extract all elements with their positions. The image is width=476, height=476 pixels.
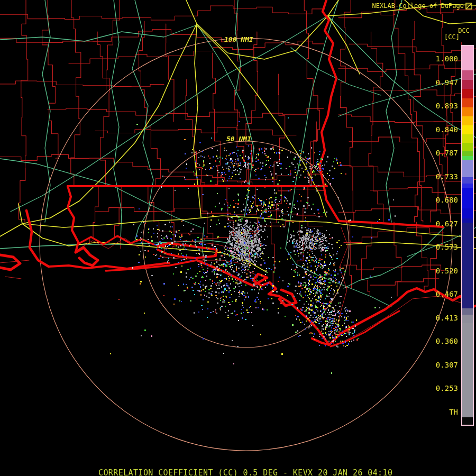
range-ring-label-50nmi: 50 NMI — [226, 135, 251, 143]
colorbar-segment — [462, 143, 473, 151]
colorbar-segment — [462, 323, 473, 417]
colorbar-label: 0.680 — [433, 196, 458, 204]
colorbar-segment — [462, 208, 473, 218]
colorbar-label: 0.787 — [433, 149, 458, 157]
colorbar-segment — [462, 89, 473, 98]
colorbar-label: 1.000 — [433, 54, 458, 63]
colorbar-label: 0.413 — [433, 314, 458, 322]
colorbar-segment — [462, 107, 473, 116]
colorbar-segment — [462, 80, 473, 89]
product-code: [CC] — [444, 33, 460, 41]
colorbar-segment — [462, 134, 473, 143]
colorbar-segment — [462, 151, 473, 156]
colorbar-segment — [462, 223, 473, 270]
brand-label: NEXLAB-College of DuPage — [372, 2, 464, 10]
box-diagonal-icon — [465, 3, 472, 10]
colorbar-segment — [462, 116, 473, 125]
colorbar-segment — [462, 417, 473, 425]
colorbar-label: TH — [433, 408, 458, 416]
colorbar-segment — [462, 70, 473, 80]
colorbar-segment — [462, 177, 473, 184]
colorbar-segment — [462, 160, 473, 177]
colorbar-label: 0.307 — [433, 361, 458, 369]
colorbar-label: 0.947 — [433, 78, 458, 87]
colorbar-segment — [462, 184, 473, 188]
range-ring-label-100nmi: 100 NMI — [224, 35, 253, 43]
colorbar-segment — [462, 308, 473, 315]
colorbar-label: 0.627 — [433, 219, 458, 228]
colorbar-segment — [462, 125, 473, 134]
colorbar-label: 0.573 — [433, 243, 458, 251]
colorbar-label: 0.893 — [433, 102, 458, 110]
radar-viewer: NEXLAB-College of DuPage DCC [CC] 100 NM… — [0, 0, 476, 476]
radar-echoes — [0, 0, 476, 476]
colorbar-segment — [462, 188, 473, 208]
colorbar-label: 0.840 — [433, 125, 458, 134]
color-scale — [461, 45, 474, 426]
colorbar-segment — [462, 218, 473, 223]
brand-text: NEXLAB-College of DuPage — [372, 2, 472, 10]
colorbar-segment — [462, 156, 473, 160]
colorbar-label: 0.253 — [433, 384, 458, 392]
colorbar-label: 0.467 — [433, 290, 458, 298]
product-id: DCC — [458, 27, 470, 34]
colorbar-segment — [462, 315, 473, 323]
colorbar-segment — [462, 270, 473, 308]
colorbar-segment — [462, 46, 473, 70]
colorbar-segment — [462, 98, 473, 107]
product-caption: CORRELATION COEFFICIENT (CC) 0.5 DEG - K… — [98, 468, 392, 476]
colorbar-label: 0.360 — [433, 337, 458, 345]
colorbar-label: 0.520 — [433, 267, 458, 275]
colorbar-label: 0.733 — [433, 172, 458, 181]
